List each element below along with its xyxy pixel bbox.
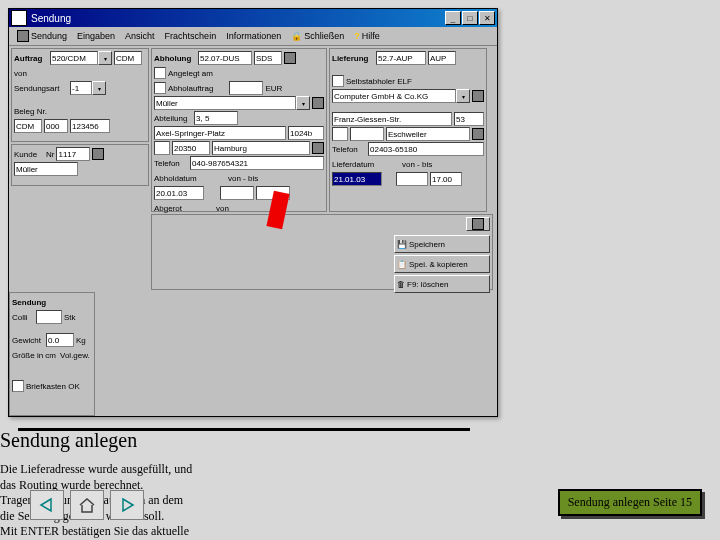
dropdown-icon[interactable]: ▾: [296, 96, 310, 110]
menu-eingaben[interactable]: Eingaben: [73, 29, 119, 43]
liefdatum-label: Lieferdatum: [332, 160, 384, 169]
liefdatum-input[interactable]: 21.01.03: [332, 172, 382, 186]
search-icon[interactable]: [472, 90, 484, 102]
colli-label: Colli: [12, 313, 34, 322]
gear-icon: [472, 218, 484, 230]
sendung-window: Sendung _ □ ✕ Sendung Eingaben Ansicht F…: [8, 8, 498, 417]
abholung-label: Abholung: [154, 54, 196, 63]
kunde-nr[interactable]: 1117: [56, 147, 90, 161]
lief-ort[interactable]: Eschweiler: [386, 127, 470, 141]
nav-back-button[interactable]: [30, 490, 64, 520]
maximize-button[interactable]: □: [462, 11, 478, 25]
help-icon: ?: [354, 31, 360, 41]
lief-tel[interactable]: 02403-65180: [368, 142, 484, 156]
eur-label: EUR: [265, 84, 282, 93]
lief-code[interactable]: 52.7-AUP: [376, 51, 426, 65]
abhdatum-input[interactable]: 20.01.03: [154, 186, 204, 200]
search-icon[interactable]: [312, 97, 324, 109]
sendungsart-input[interactable]: -1: [70, 81, 92, 95]
search-icon[interactable]: [284, 52, 296, 64]
util-button[interactable]: [466, 217, 490, 231]
abh-code[interactable]: 52.07-DUS: [198, 51, 252, 65]
divider: [18, 428, 470, 431]
dropdown-icon[interactable]: ▾: [456, 89, 470, 103]
abh-plz[interactable]: 20350: [172, 141, 210, 155]
lief-bis[interactable]: 17.00: [430, 172, 462, 186]
abholauftrag-check[interactable]: [154, 82, 166, 94]
nr-label: Nr: [46, 150, 54, 159]
lief-plz[interactable]: [350, 127, 384, 141]
abh-von[interactable]: [220, 186, 254, 200]
arrow-left-icon: [37, 497, 57, 513]
page-indicator[interactable]: Sendung anlegen Seite 15: [558, 489, 702, 516]
lief-hnr[interactable]: 53: [454, 112, 484, 126]
menu-schliessen[interactable]: 🔒Schließen: [287, 29, 348, 43]
loeschen-button[interactable]: 🗑F9: löschen: [394, 275, 490, 293]
speichern-button[interactable]: 💾Speichern: [394, 235, 490, 253]
menu-ansicht[interactable]: Ansicht: [121, 29, 159, 43]
dropdown-icon[interactable]: ▾: [98, 51, 112, 65]
nav-home-button[interactable]: [70, 490, 104, 520]
beleg-3[interactable]: 123456: [70, 119, 110, 133]
abh-land[interactable]: [154, 141, 170, 155]
search-icon[interactable]: [92, 148, 104, 160]
briefkasten-check[interactable]: [12, 380, 24, 392]
lief-vonbis-label: von - bis: [402, 160, 432, 169]
abh-name[interactable]: Müller: [154, 96, 296, 110]
kunde-label: Kunde: [14, 150, 44, 159]
angelegt-check[interactable]: [154, 67, 166, 79]
abh-sds[interactable]: SDS: [254, 51, 282, 65]
save-icon: 💾: [397, 240, 407, 249]
abh-tel[interactable]: 040-987654321: [190, 156, 324, 170]
lief-land[interactable]: [332, 127, 348, 141]
lief-street[interactable]: Franz-Giessen-Str.: [332, 112, 452, 126]
lief-name[interactable]: Computer GmbH & Co.KG: [332, 89, 456, 103]
sendung-label: Sendung: [12, 298, 46, 307]
selbst-label: Selbstabholer ELF: [346, 77, 412, 86]
auftrag-input[interactable]: 520/CDM: [50, 51, 98, 65]
abh-ort[interactable]: Hamburg: [212, 141, 310, 155]
kg-label: Kg: [76, 336, 86, 345]
abhdatum-label: Abholdatum: [154, 174, 206, 183]
lock-icon: 🔒: [291, 31, 302, 41]
volgew-label: Vol.gew.: [60, 351, 90, 360]
gewicht-label: Gewicht: [12, 336, 44, 345]
kopieren-button[interactable]: 📋Spei. & kopieren: [394, 255, 490, 273]
close-button[interactable]: ✕: [479, 11, 495, 25]
beleg-1[interactable]: CDM: [14, 119, 42, 133]
abh-street[interactable]: Axel-Springer-Platz: [154, 126, 286, 140]
menu-informationen[interactable]: Informationen: [222, 29, 285, 43]
search-icon[interactable]: [472, 128, 484, 140]
menu-frachtschein[interactable]: Frachtschein: [161, 29, 221, 43]
kunde-name[interactable]: Müller: [14, 162, 78, 176]
eur-input[interactable]: [229, 81, 263, 95]
gewicht-input[interactable]: 0.0: [46, 333, 74, 347]
groesse-label: Größe in cm: [12, 351, 56, 360]
abgerot-label: Abgerot: [154, 204, 194, 213]
vonbis-label: von - bis: [228, 174, 258, 183]
lief-von[interactable]: [396, 172, 428, 186]
angelegt-label: Angelegt am: [168, 69, 213, 78]
auftrag-cdm[interactable]: CDM: [114, 51, 142, 65]
beleg-2[interactable]: 000: [44, 119, 68, 133]
selbst-check[interactable]: [332, 75, 344, 87]
abh-hnr[interactable]: 1024b: [288, 126, 324, 140]
arrow-right-icon: [117, 497, 137, 513]
app-icon: [11, 10, 27, 26]
abt-input[interactable]: 3, 5: [194, 111, 238, 125]
menu-sendung[interactable]: Sendung: [13, 29, 71, 43]
nav-forward-button[interactable]: [110, 490, 144, 520]
help-title: Sendung anlegen: [0, 429, 200, 452]
briefkasten-label: Briefkasten OK: [26, 382, 80, 391]
minimize-button[interactable]: _: [445, 11, 461, 25]
titlebar[interactable]: Sendung _ □ ✕: [9, 9, 497, 27]
lief-aup[interactable]: AUP: [428, 51, 456, 65]
abholauftrag-label: Abholauftrag: [168, 84, 213, 93]
colli-input[interactable]: [36, 310, 62, 324]
dropdown-icon[interactable]: ▾: [92, 81, 106, 95]
menu-hilfe[interactable]: ?Hilfe: [350, 29, 384, 43]
von-label: von: [14, 69, 34, 78]
beleg-label: Beleg Nr.: [14, 107, 47, 116]
search-icon[interactable]: [312, 142, 324, 154]
tel-label: Telefon: [154, 159, 188, 168]
